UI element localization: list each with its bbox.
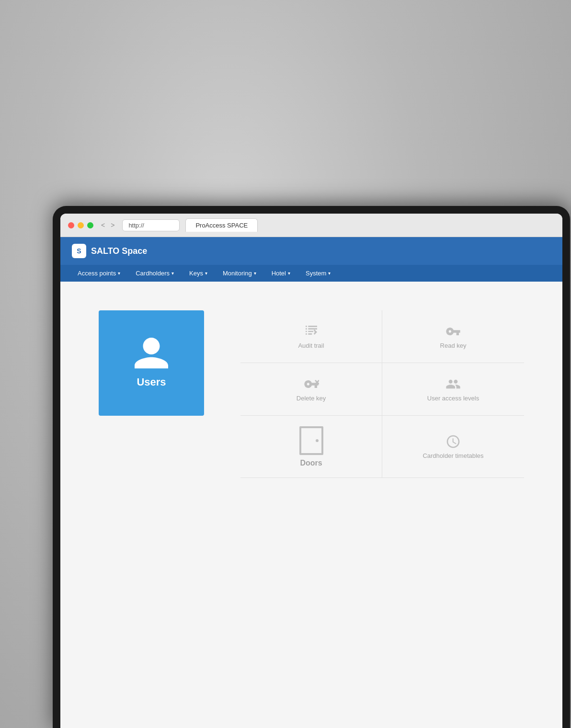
salto-logo: S SALTO Space bbox=[72, 244, 147, 258]
nav-label-keys: Keys bbox=[189, 270, 203, 277]
salto-logo-icon: S bbox=[72, 244, 86, 258]
nav-label-access-points: Access points bbox=[78, 270, 116, 277]
users-tile-label: Users bbox=[137, 376, 166, 388]
delete-key-label: Delete key bbox=[297, 395, 326, 402]
tab-area: ProAccess SPACE bbox=[185, 218, 555, 232]
audit-trail-tile[interactable]: Audit trail bbox=[240, 310, 382, 363]
nav-chevron-hotel: ▾ bbox=[288, 271, 290, 276]
user-icon bbox=[135, 338, 168, 371]
traffic-lights bbox=[68, 222, 93, 228]
tablet-frame: < > http:// ProAccess SPACE S SALTO Spac… bbox=[53, 206, 570, 728]
nav-chevron-system: ▾ bbox=[328, 271, 331, 276]
cardholder-timetables-label: Cardholder timetables bbox=[423, 452, 483, 459]
nav-chevron-access-points: ▾ bbox=[118, 271, 120, 276]
read-key-label: Read key bbox=[440, 342, 467, 349]
cardholder-timetables-icon bbox=[445, 434, 461, 449]
user-access-levels-icon bbox=[445, 376, 461, 392]
nav-chevron-keys: ▾ bbox=[205, 271, 207, 276]
nav-chevron-cardholders: ▾ bbox=[171, 271, 174, 276]
navigation-bar: Access points ▾ Cardholders ▾ Keys ▾ Mon… bbox=[60, 265, 562, 282]
address-bar[interactable]: http:// bbox=[122, 219, 180, 231]
nav-item-cardholders[interactable]: Cardholders ▾ bbox=[128, 265, 182, 282]
nav-label-system: System bbox=[306, 270, 326, 277]
delete-key-tile[interactable]: Delete key bbox=[240, 363, 382, 416]
traffic-light-red[interactable] bbox=[68, 222, 74, 228]
browser-chrome: < > http:// ProAccess SPACE S SALTO Spac… bbox=[60, 214, 562, 728]
nav-label-monitoring: Monitoring bbox=[223, 270, 252, 277]
user-access-levels-tile[interactable]: User access levels bbox=[382, 363, 524, 416]
browser-toolbar: < > http:// ProAccess SPACE bbox=[60, 214, 562, 237]
doors-label: Doors bbox=[300, 459, 322, 467]
small-tiles-area: Audit trail Read key bbox=[240, 310, 524, 478]
browser-tab[interactable]: ProAccess SPACE bbox=[185, 218, 258, 232]
traffic-light-yellow[interactable] bbox=[78, 222, 84, 228]
delete-key-icon bbox=[304, 376, 319, 392]
tablet-wrapper: < > http:// ProAccess SPACE S SALTO Spac… bbox=[53, 206, 570, 728]
nav-back-button[interactable]: < bbox=[99, 220, 107, 230]
main-content: Users Audit trail bbox=[60, 282, 562, 728]
users-tile[interactable]: Users bbox=[99, 310, 204, 416]
audit-trail-icon bbox=[304, 324, 319, 339]
nav-label-cardholders: Cardholders bbox=[136, 270, 170, 277]
read-key-tile[interactable]: Read key bbox=[382, 310, 524, 363]
user-access-levels-label: User access levels bbox=[427, 395, 479, 402]
header-title: SALTO Space bbox=[91, 246, 147, 256]
nav-arrows: < > bbox=[99, 220, 116, 230]
read-key-icon bbox=[445, 324, 461, 339]
audit-trail-label: Audit trail bbox=[298, 342, 324, 349]
nav-forward-button[interactable]: > bbox=[109, 220, 116, 230]
nav-chevron-monitoring: ▾ bbox=[254, 271, 256, 276]
browser-content: S SALTO Space Access points ▾ Cardholder… bbox=[60, 237, 562, 728]
nav-item-hotel[interactable]: Hotel ▾ bbox=[264, 265, 298, 282]
traffic-light-green[interactable] bbox=[87, 222, 93, 228]
door-knob bbox=[316, 439, 319, 442]
nav-label-hotel: Hotel bbox=[272, 270, 286, 277]
nav-item-access-points[interactable]: Access points ▾ bbox=[70, 265, 128, 282]
nav-item-system[interactable]: System ▾ bbox=[298, 265, 338, 282]
nav-item-monitoring[interactable]: Monitoring ▾ bbox=[215, 265, 264, 282]
cardholder-timetables-tile[interactable]: Cardholder timetables bbox=[382, 416, 524, 478]
app-header: S SALTO Space bbox=[60, 237, 562, 265]
doors-tile[interactable]: Doors bbox=[240, 416, 382, 478]
nav-item-keys[interactable]: Keys ▾ bbox=[182, 265, 215, 282]
doors-icon bbox=[299, 426, 323, 455]
